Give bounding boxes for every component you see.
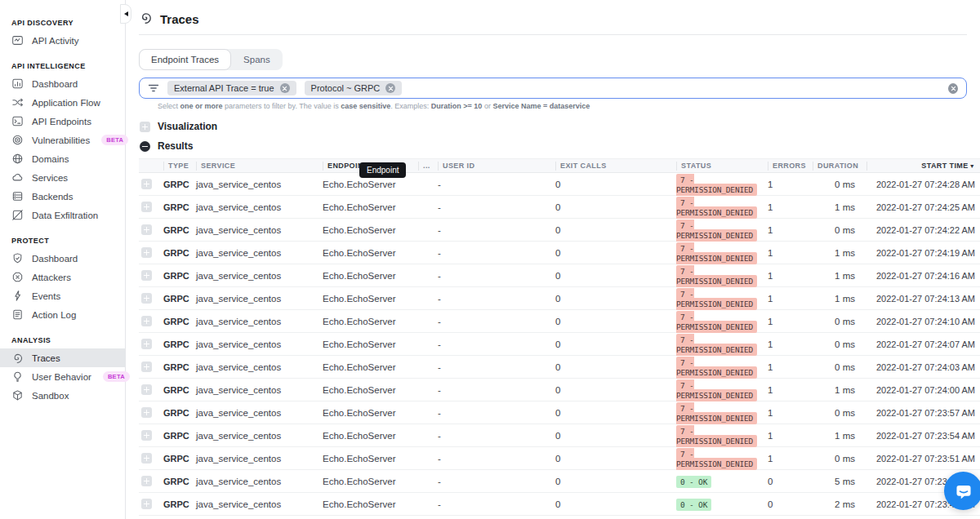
expand-row-button[interactable]: [141, 224, 152, 235]
expand-row-button[interactable]: [141, 407, 152, 418]
cell-type: GRPC: [163, 499, 196, 509]
expand-row-button[interactable]: [141, 202, 152, 212]
column-header-expand: [139, 162, 163, 171]
collapse-minus-icon: [140, 141, 150, 152]
sidebar-item-dashboard[interactable]: Dashboard: [0, 249, 125, 268]
sidebar-item-api-activity[interactable]: API Activity: [0, 31, 125, 50]
table-row[interactable]: GRPCjava_service_centosEcho.EchoServer-0…: [139, 493, 980, 516]
sidebar-section: ANALYSISTracesUser BehaviorBETASandbox: [0, 329, 125, 405]
sidebar-item-attackers[interactable]: Attackers: [0, 268, 125, 286]
expand-row-button[interactable]: [141, 430, 152, 441]
table-row[interactable]: GRPCjava_service_centosEcho.EchoServer-0…: [139, 379, 980, 401]
filter-chip[interactable]: External API Trace = true: [167, 81, 296, 95]
cell-endpoint: Echo.EchoServer: [323, 385, 418, 395]
column-header-user-id[interactable]: USER ID: [438, 162, 555, 171]
status-badge: 7 - PERMISSION_DENIED: [676, 448, 757, 470]
cell-expand: [139, 384, 163, 395]
cell-endpoint: Echo.EchoServer: [323, 294, 418, 304]
table-row[interactable]: GRPCjava_service_centosEcho.EchoServer-0…: [139, 516, 980, 519]
expand-row-button[interactable]: [141, 499, 152, 509]
sidebar-item-api-endpoints[interactable]: API Endpoints: [0, 112, 125, 131]
cell-service: java_service_centos: [196, 385, 323, 395]
chat-launcher-button[interactable]: [944, 472, 980, 510]
column-header-service[interactable]: SERVICE: [196, 162, 323, 171]
table-row[interactable]: GRPCjava_service_centosEcho.EchoServer-0…: [139, 242, 980, 264]
column-header-type[interactable]: TYPE: [163, 162, 196, 171]
column-header-duration[interactable]: DURATION: [813, 162, 866, 171]
table-row[interactable]: GRPCjava_service_centosEcho.EchoServer-0…: [139, 424, 980, 447]
expand-plus-icon: [140, 122, 150, 132]
expand-row-button[interactable]: [141, 384, 152, 395]
remove-chip-button[interactable]: [385, 83, 395, 93]
cell-endpoint: Echo.EchoServer: [323, 499, 418, 509]
expand-row-button[interactable]: [141, 476, 152, 486]
table-row[interactable]: GRPCjava_service_centosEcho.EchoServer-0…: [139, 219, 980, 242]
cell-exit-calls: 0: [555, 499, 676, 509]
column-header-status[interactable]: STATUS: [676, 162, 768, 171]
sidebar-item-sandbox[interactable]: Sandbox: [0, 386, 125, 405]
section-visualization-toggle[interactable]: Visualization: [140, 121, 980, 132]
cell-duration: 0 ms: [813, 317, 866, 326]
table-row[interactable]: GRPCjava_service_centosEcho.EchoServer-0…: [139, 447, 980, 470]
cell-type: GRPC: [163, 339, 196, 349]
table-row[interactable]: GRPCjava_service_centosEcho.EchoServer-0…: [139, 196, 980, 219]
sidebar-item-vulnerabilities[interactable]: VulnerabilitiesBETA: [0, 131, 125, 149]
table-row[interactable]: GRPCjava_service_centosEcho.EchoServer-0…: [139, 470, 980, 493]
clear-filters-button[interactable]: [948, 83, 958, 94]
table-row[interactable]: GRPCjava_service_centosEcho.EchoServer-0…: [139, 287, 980, 310]
column-header-start-time[interactable]: START TIME▼: [866, 162, 980, 171]
section-results-toggle[interactable]: Results: [140, 140, 980, 152]
sidebar-item-user-behavior[interactable]: User BehaviorBETA: [0, 367, 125, 386]
cell-start-time: 2022-01-27 07:24:22 AM: [866, 225, 980, 235]
expand-row-button[interactable]: [141, 293, 152, 304]
sidebar-item-events[interactable]: Events: [0, 286, 125, 305]
column-header-[interactable]: ...: [418, 162, 438, 171]
expand-row-button[interactable]: [141, 270, 152, 281]
table-row[interactable]: GRPCjava_service_centosEcho.EchoServer-0…: [139, 333, 980, 356]
cell-duration: 0 ms: [813, 339, 866, 349]
events-icon: [11, 290, 24, 302]
cell-start-time: 2022-01-27 07:24:28 AM: [866, 180, 980, 189]
column-header-exit-calls[interactable]: EXIT CALLS: [555, 162, 676, 171]
filter-bar[interactable]: External API Trace = trueProtocol ~ GRPC: [139, 78, 967, 99]
cell-status: 0 - OK: [676, 499, 768, 509]
main-content: Traces Endpoint TracesSpans External API…: [126, 0, 980, 519]
api-endpoints-icon: [11, 115, 24, 127]
sidebar-item-backends[interactable]: Backends: [0, 187, 125, 206]
sidebar-item-domains[interactable]: Domains: [0, 149, 125, 168]
expand-row-button[interactable]: [141, 453, 152, 464]
cell-type: GRPC: [163, 271, 196, 281]
sidebar-item-action-log[interactable]: Action Log: [0, 305, 125, 324]
table-row[interactable]: GRPCjava_service_centosEcho.EchoServer-0…: [139, 356, 980, 379]
table-row[interactable]: GRPCjava_service_centosEcho.EchoServer-0…: [139, 264, 980, 287]
expand-row-button[interactable]: [141, 247, 152, 258]
cell-exit-calls: 0: [555, 271, 676, 281]
cell-service: java_service_centos: [196, 180, 323, 189]
tab-spans[interactable]: Spans: [231, 49, 283, 70]
tab-endpoint-traces[interactable]: Endpoint Traces: [139, 49, 231, 70]
remove-chip-button[interactable]: [280, 83, 290, 93]
expand-row-button[interactable]: [141, 179, 152, 189]
table-row[interactable]: GRPCjava_service_centosEcho.EchoServer-0…: [139, 401, 980, 424]
cell-duration: 0 ms: [813, 225, 866, 235]
sidebar-item-dashboard[interactable]: Dashboard: [0, 74, 125, 93]
filter-chip[interactable]: Protocol ~ GRPC: [305, 81, 403, 95]
status-badge: 7 - PERMISSION_DENIED: [676, 288, 757, 310]
sidebar-collapse-button[interactable]: [120, 4, 131, 24]
table-row[interactable]: GRPCjava_service_centosEcho.EchoServer-0…: [139, 310, 980, 333]
sidebar-item-traces[interactable]: Traces: [0, 348, 125, 367]
sidebar-item-label: Sandbox: [32, 391, 69, 401]
cell-type: GRPC: [163, 248, 196, 258]
cell-service: java_service_centos: [196, 431, 323, 441]
expand-row-button[interactable]: [141, 362, 152, 372]
sidebar-nav: API DISCOVERYAPI ActivityAPI INTELLIGENC…: [0, 11, 125, 405]
expand-row-button[interactable]: [141, 316, 152, 326]
cell-start-time: 2022-01-27 07:24:03 AM: [866, 362, 980, 372]
sidebar-item-application-flow[interactable]: Application Flow: [0, 93, 125, 112]
sidebar-item-services[interactable]: Services: [0, 168, 125, 187]
table-row[interactable]: GRPCjava_service_centosEcho.EchoServer-0…: [139, 173, 980, 196]
sidebar-item-data-exfiltration[interactable]: Data Exfiltration: [0, 206, 125, 224]
expand-row-button[interactable]: [141, 339, 152, 349]
column-header-errors[interactable]: ERRORS: [768, 162, 813, 171]
sidebar-item-label: Traces: [32, 353, 60, 363]
